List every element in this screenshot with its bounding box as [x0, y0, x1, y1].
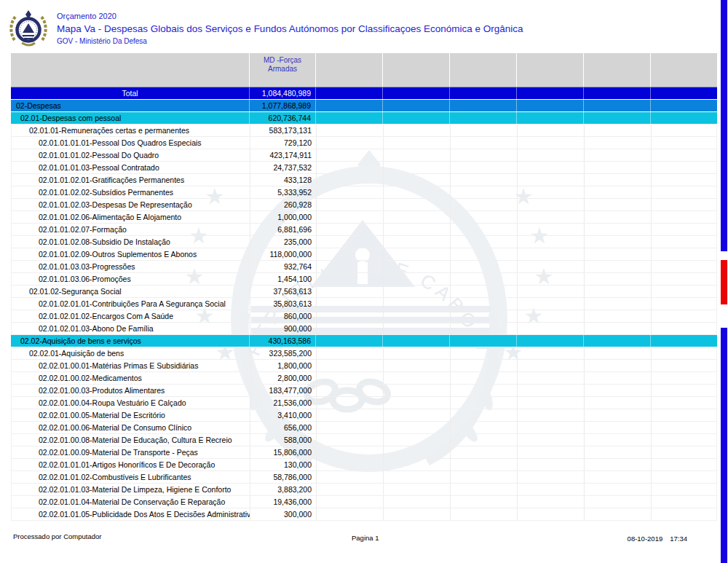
row-value: 583,173,131: [250, 125, 316, 136]
row-label: 02.02.01.00.01-Matérias Primas E Subsidi…: [12, 361, 198, 370]
row-value: 5,333,952: [250, 186, 316, 198]
row-value: 656,000: [250, 422, 316, 433]
row-value: 1,800,000: [250, 360, 316, 371]
footer-time: 17:34: [670, 535, 687, 543]
row-value: 3,883,200: [250, 484, 316, 495]
table-row: 02.01.01.02.06-Alimentação E Alojamento1…: [11, 211, 717, 224]
row-label: 02.02.01.00.04-Roupa Vestuário E Calçado: [12, 398, 186, 407]
row-label: 02.01.01.03.03-Progressões: [12, 262, 135, 271]
row-label: 02.01.01.02.01-Gratificações Permanentes: [12, 176, 184, 184]
row-value: 323,585,200: [250, 347, 316, 359]
row-value: 433,128: [250, 174, 316, 186]
row-value: 130,000: [250, 459, 316, 471]
footer-page-number: Pagina 1: [352, 534, 379, 542]
table-row: 02.01.01.02.08-Subsidio De Instalação235…: [11, 236, 717, 248]
row-value: 260,928: [250, 199, 316, 210]
table-row: 02.02.01.00.09-Material De Transporte - …: [11, 446, 717, 459]
row-label: 02.01.01-Remunerações certas e permanent…: [12, 126, 189, 135]
table-row: 02.01.01.02.02-Subsídios Permanentes5,33…: [11, 186, 717, 199]
row-value: 900,000: [250, 323, 316, 334]
row-value: 588,000: [250, 434, 316, 446]
table-row: 02.01.01.02.09-Outros Suplementos E Abon…: [11, 248, 717, 261]
row-label: 02.01-Despesas com pessoal: [11, 114, 121, 122]
table-row: 02.02-Aquisição de bens e serviços430,16…: [11, 335, 717, 347]
row-value: 2,800,000: [250, 372, 316, 384]
row-value: 300,000: [250, 508, 316, 520]
row-value: 37,563,613: [250, 286, 316, 297]
table-body: Total1,084,480,98902-Despesas1,077,868,9…: [11, 87, 717, 521]
table-row: 02.01.02.01.03-Abono De Família900,000: [11, 323, 717, 335]
table-row: 02.01.01.03.06-Promoções1,454,100: [11, 273, 717, 286]
row-value: 35,803,613: [250, 298, 316, 310]
table-row: 02.01.01-Remunerações certas e permanent…: [11, 125, 717, 137]
table-row: 02.02.01.00.08-Material De Educação, Cul…: [11, 434, 717, 446]
row-value: 1,077,868,989: [249, 100, 315, 111]
table-row: 02.02.01.01.05-Publicidade Dos Atos E De…: [11, 508, 717, 521]
right-edge-bar-blue-top: [721, 0, 727, 251]
row-label: 02.01.02.01.01-Contribuições Para A Segu…: [12, 299, 226, 308]
row-label: 02.01.01.02.02-Subsídios Permanentes: [12, 188, 173, 197]
row-value: 620,736,744: [249, 112, 315, 124]
laurel-left: [11, 16, 16, 40]
row-label: 02.01.01.02.08-Subsidio De Instalação: [12, 237, 170, 246]
row-label: 02.02.01.00.02-Medicamentos: [12, 374, 142, 382]
cape-verde-emblem-logo: [8, 8, 49, 47]
row-value: 183,477,000: [250, 385, 316, 396]
footer-datetime: 08-10-2019 17:34: [628, 535, 687, 543]
table-row: 02.02.01.01.04-Material De Conservação E…: [11, 496, 717, 508]
table-row: 02.02.01.00.05-Material De Escritório3,4…: [11, 409, 717, 422]
row-label: 02.01.01.01.02-Pessoal Do Quadro: [12, 151, 159, 160]
row-label: Total: [122, 89, 138, 98]
table-row: 02.01.02.01.01-Contribuições Para A Segu…: [11, 298, 717, 310]
row-value: 19,436,000: [250, 496, 316, 508]
row-label: 02.01.02-Segurança Social: [12, 287, 122, 296]
row-label: 02.01.02.01.03-Abono De Família: [12, 324, 154, 333]
table-row: 02.02.01-Aquisição de bens323,585,200: [11, 347, 717, 360]
table-row: 02.01.02-Segurança Social37,563,613: [11, 286, 717, 298]
row-value: 430,163,586: [249, 335, 315, 347]
row-value: 235,000: [250, 236, 316, 248]
row-label: 02.01.01.02.09-Outros Suplementos E Abon…: [12, 250, 197, 259]
row-value: 24,737,532: [250, 162, 316, 173]
row-label: 02.02.01.01.02-Combustíveis E Lubrifican…: [12, 473, 191, 481]
table-row: 02.02.01.01.01-Artigos Honoríficos E De …: [11, 459, 717, 471]
row-label: 02.01.01.03.06-Promoções: [12, 275, 131, 283]
row-value: 932,764: [250, 261, 316, 272]
row-label: 02.01.01.01.01-Pessoal Dos Quadros Espec…: [12, 138, 202, 147]
table-row: 02.02.01.01.02-Combustíveis E Lubrifican…: [11, 471, 717, 484]
row-value: 729,120: [250, 137, 316, 149]
table-row: 02.01.01.02.07-Formação6,881,696: [11, 224, 717, 236]
report-page: Orçamento 2020 Mapa Va - Despesas Globai…: [0, 0, 728, 563]
row-value: 1,084,480,989: [249, 87, 315, 99]
row-value: 423,174,911: [250, 149, 316, 161]
table-row: 02.02.01.00.06-Material De Consumo Clíni…: [11, 422, 717, 434]
row-label: 02.02.01.01.03-Material De Limpeza, Higi…: [12, 485, 231, 494]
row-label: 02.01.01.01.03-Pessoal Contratado: [12, 163, 159, 172]
row-label: 02.01.01.02.07-Formação: [12, 225, 127, 234]
budget-table: MD -Forças Armadas Total1,084,480,98902-…: [11, 53, 717, 521]
right-edge-bar-red: [721, 260, 727, 304]
table-row: 02.01.01.01.03-Pessoal Contratado24,737,…: [11, 162, 717, 174]
table-row: 02.01-Despesas com pessoal620,736,744: [11, 112, 717, 125]
table-row: 02.01.01.01.01-Pessoal Dos Quadros Espec…: [11, 137, 717, 149]
row-label: 02.01.01.02.06-Alimentação E Alojamento: [12, 213, 181, 221]
row-label: 02.02.01.01.04-Material De Conservação E…: [12, 497, 225, 506]
table-header: MD -Forças Armadas: [11, 53, 717, 87]
table-row: 02.02.01.00.03-Produtos Alimentares183,4…: [11, 385, 717, 397]
laurel-base: [22, 43, 35, 45]
row-label: 02.02.01.00.08-Material De Educação, Cul…: [12, 436, 232, 444]
row-value: 6,881,696: [250, 224, 316, 235]
table-row: 02.02.01.01.03-Material De Limpeza, Higi…: [11, 484, 717, 496]
row-value: 118,000,000: [250, 248, 316, 260]
table-row: 02.01.01.02.01-Gratificações Permanentes…: [11, 174, 717, 186]
row-label: 02.02.01.00.06-Material De Consumo Clíni…: [12, 423, 191, 432]
table-row: Total1,084,480,989: [11, 87, 717, 100]
row-label: 02.01.01.02.03-Despesas De Representação: [12, 200, 192, 209]
entity-subtitle: GOV - Ministério Da Defesa: [57, 37, 147, 45]
table-row: 02-Despesas1,077,868,989: [11, 100, 717, 112]
column-header-md-forcas-armadas: MD -Forças Armadas: [249, 53, 315, 87]
laurel-right: [41, 16, 46, 40]
row-value: 21,536,000: [250, 397, 316, 409]
footer-date: 08-10-2019: [628, 535, 663, 543]
budget-year-label: Orçamento 2020: [57, 12, 116, 20]
